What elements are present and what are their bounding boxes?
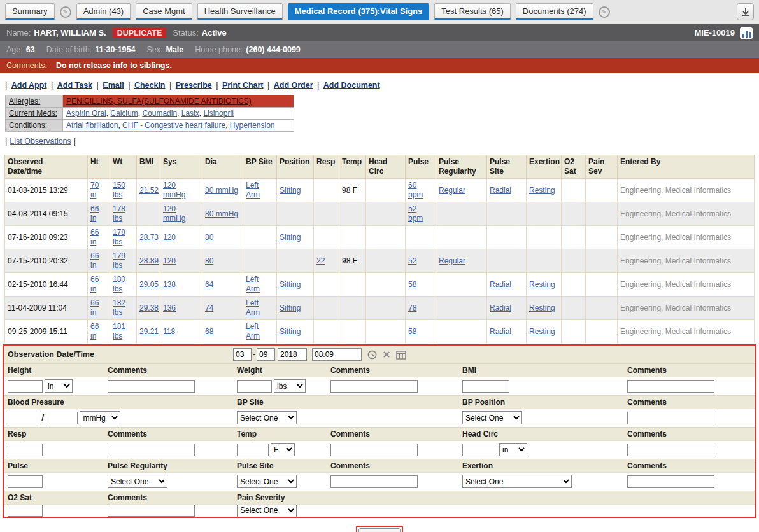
vitals-value-link[interactable]: 80 <box>205 256 213 265</box>
vitals-value-link[interactable]: Left Arm <box>246 322 260 340</box>
medication-link[interactable]: Calcium <box>110 109 138 118</box>
vitals-value-link[interactable]: 178 lbs <box>113 204 125 223</box>
vitals-value-link[interactable]: 178 lbs <box>113 228 125 246</box>
action-link-email[interactable]: Email <box>103 81 124 90</box>
vitals-value-link[interactable]: Sitting <box>280 327 301 336</box>
obs-month-input[interactable] <box>233 348 252 361</box>
height-unit-select[interactable]: in <box>45 379 73 393</box>
tab-summary[interactable]: Summary <box>5 3 55 20</box>
action-link-prescribe[interactable]: Prescribe <box>176 81 212 90</box>
medication-link[interactable]: Lasix <box>181 109 199 118</box>
vitals-value-link[interactable]: 179 lbs <box>113 251 125 270</box>
vitals-value-link[interactable]: Sitting <box>280 186 301 195</box>
vitals-value-link[interactable]: 80 <box>205 233 213 242</box>
vitals-value-link[interactable]: 78 <box>408 304 416 312</box>
bp-site-select[interactable]: Select One <box>237 411 297 424</box>
o2-sat-comments-input[interactable] <box>108 505 195 517</box>
vitals-value-link[interactable]: Regular <box>439 186 465 195</box>
medication-link[interactable]: Aspirin Oral <box>66 109 106 118</box>
vitals-value-link[interactable]: 136 <box>163 304 176 312</box>
vitals-value-link[interactable]: 118 <box>163 327 175 336</box>
vitals-value-link[interactable]: Radial <box>490 280 511 289</box>
tab-admin[interactable]: Admin (43) <box>76 3 131 20</box>
list-observations-link[interactable]: List Observations <box>10 137 71 146</box>
exertion-select[interactable]: Select One <box>462 475 572 488</box>
height-comments-input[interactable] <box>108 380 195 393</box>
bp-unit-select[interactable]: mmHg <box>80 411 120 424</box>
vitals-value-link[interactable]: 66 in <box>90 251 99 270</box>
condition-link[interactable]: CHF - Congestive heart failure <box>122 121 225 130</box>
action-link-add-order[interactable]: Add Order <box>274 81 313 90</box>
vitals-value-link[interactable]: 70 in <box>90 181 99 199</box>
clock-icon[interactable] <box>367 350 377 360</box>
vitals-value-link[interactable]: 80 mmHg <box>205 186 238 195</box>
vitals-value-link[interactable]: 29.21 <box>139 327 159 336</box>
edit-circle-icon[interactable]: ✎ <box>599 6 610 18</box>
vitals-value-link[interactable]: Sitting <box>280 233 301 242</box>
vitals-value-link[interactable]: Left Arm <box>246 181 260 199</box>
condition-link[interactable]: Hypertension <box>230 121 275 130</box>
allergy-link[interactable]: PENICILLINS, SULFA(SULFONAMIDE ANTIBIOTI… <box>66 97 252 106</box>
vitals-value-link[interactable]: 52 <box>408 256 416 265</box>
pain-severity-select[interactable]: Select One <box>237 505 297 517</box>
vitals-table-container[interactable]: Observed Date/timeHtWtBMISysDiaBP SitePo… <box>4 155 755 343</box>
allergies-label-link[interactable]: Allergies: <box>9 97 40 106</box>
tab-case-mgmt[interactable]: Case Mgmt <box>136 3 192 20</box>
vitals-value-link[interactable]: 22 <box>316 256 325 265</box>
temp-comments-input[interactable] <box>330 444 418 456</box>
current-meds-label-link[interactable]: Current Meds: <box>9 109 57 118</box>
conditions-label-link[interactable]: Conditions: <box>9 121 47 130</box>
chart-graph-icon[interactable] <box>740 27 753 39</box>
vitals-value-link[interactable]: 29.38 <box>139 304 159 312</box>
bp-systolic-input[interactable] <box>8 412 39 424</box>
temp-input[interactable] <box>237 444 269 456</box>
vitals-value-link[interactable]: 28.89 <box>139 256 159 265</box>
temp-unit-select[interactable]: F <box>271 443 295 456</box>
bmi-comments-input[interactable] <box>627 380 714 393</box>
vitals-value-link[interactable]: 120 mmHg <box>163 181 185 199</box>
vitals-value-link[interactable]: Resting <box>529 186 555 195</box>
resp-comments-input[interactable] <box>108 444 195 456</box>
vitals-value-link[interactable]: Sitting <box>280 304 301 312</box>
pulse-site-select[interactable]: Select One <box>237 475 297 488</box>
vitals-value-link[interactable]: 28.73 <box>139 233 159 242</box>
height-input[interactable] <box>8 380 43 393</box>
head-circ-comments-input[interactable] <box>627 444 714 456</box>
action-link-add-document[interactable]: Add Document <box>323 81 380 90</box>
vitals-value-link[interactable]: 120 <box>163 256 176 265</box>
vitals-value-link[interactable]: 68 <box>205 327 213 336</box>
vitals-value-link[interactable]: Left Arm <box>246 275 260 293</box>
bp-diastolic-input[interactable] <box>46 412 78 424</box>
obs-day-input[interactable] <box>257 348 275 361</box>
vitals-value-link[interactable]: Radial <box>490 186 511 195</box>
medication-link[interactable]: Coumadin <box>142 109 177 118</box>
vitals-value-link[interactable]: 66 in <box>90 322 99 340</box>
bmi-input[interactable] <box>462 380 509 393</box>
vitals-value-link[interactable]: 74 <box>205 304 213 312</box>
vitals-value-link[interactable]: 180 lbs <box>113 275 125 293</box>
resp-input[interactable] <box>8 444 43 456</box>
o2-sat-input[interactable] <box>8 505 43 517</box>
vitals-value-link[interactable]: Resting <box>529 327 555 336</box>
head-circ-input[interactable] <box>462 444 497 456</box>
vitals-value-link[interactable]: 58 <box>408 280 416 289</box>
pulse-comments-input[interactable] <box>330 475 418 488</box>
vitals-value-link[interactable]: Sitting <box>280 280 301 289</box>
vitals-value-link[interactable]: 21.52 <box>139 186 159 195</box>
edit-circle-icon[interactable]: ✎ <box>60 6 71 18</box>
vitals-value-link[interactable]: Radial <box>490 304 511 312</box>
action-link-add-appt[interactable]: Add Appt <box>11 81 47 90</box>
vitals-value-link[interactable]: 138 <box>163 280 176 289</box>
bp-comments-input[interactable] <box>627 412 714 424</box>
vitals-value-link[interactable]: 66 in <box>90 228 99 246</box>
action-link-add-task[interactable]: Add Task <box>57 81 92 90</box>
vitals-value-link[interactable]: 64 <box>205 280 213 289</box>
vitals-value-link[interactable]: 29.05 <box>139 280 159 289</box>
vitals-value-link[interactable]: 80 mmHg <box>205 209 238 218</box>
head-circ-unit-select[interactable]: in <box>499 443 527 456</box>
vitals-value-link[interactable]: Left Arm <box>246 298 260 317</box>
bp-position-select[interactable]: Select One <box>462 411 522 424</box>
tab-health-surveillance[interactable]: Health Surveillance <box>197 3 283 20</box>
vitals-value-link[interactable]: 120 <box>163 233 176 242</box>
vitals-value-link[interactable]: Radial <box>490 327 511 336</box>
